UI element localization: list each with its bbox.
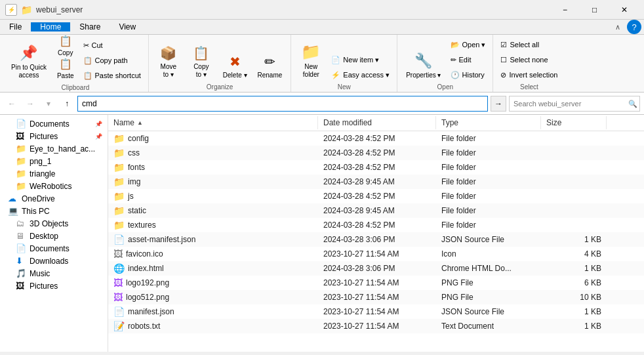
- table-row[interactable]: 📄 manifest.json 2023-10-27 11:54 AM JSON…: [108, 304, 644, 319]
- maximize-button[interactable]: □: [580, 0, 609, 20]
- organize-group: 📦 Moveto ▾ 📋 Copyto ▾ ✖ Delete ▾ ✏ Renam…: [149, 35, 292, 92]
- sidebar-item-png1[interactable]: 📁 png_1: [0, 155, 108, 167]
- pin-to-quick-access-button[interactable]: 📌 Pin to Quickaccess: [7, 38, 51, 83]
- table-row[interactable]: 📁 js 2024-03-28 4:52 PM File folder: [108, 189, 644, 203]
- sidebar-item-eye-to-hand[interactable]: 📁 Eye_to_hand_ac...: [0, 142, 108, 155]
- recent-locations-button[interactable]: ▾: [41, 96, 56, 112]
- edit-button[interactable]: ✏ Edit: [447, 52, 489, 67]
- paste-shortcut-button[interactable]: 📋 Paste shortcut: [80, 68, 144, 83]
- table-row[interactable]: 🌐 index.html 2024-03-28 3:06 PM Chrome H…: [108, 261, 644, 276]
- sidebar-item-thispc[interactable]: 💻 This PC: [0, 205, 108, 217]
- sidebar-item-documents[interactable]: 📄 Documents 📌: [0, 117, 108, 130]
- file-size-cell: 10 KB: [541, 291, 607, 303]
- table-row[interactable]: 📁 textures 2024-03-28 4:52 PM File folde…: [108, 218, 644, 232]
- table-row[interactable]: 🖼 logo192.png 2023-10-27 11:54 AM PNG Fi…: [108, 276, 644, 290]
- file-date: 2023-10-27 11:54 AM: [323, 293, 399, 302]
- clipboard-group-items: 📌 Pin to Quickaccess 📋 Copy 📋 Paste ✂ Cu…: [7, 37, 144, 83]
- table-row[interactable]: 🖼 favicon.ico 2023-10-27 11:54 AM Icon 4…: [108, 247, 644, 261]
- file-name: index.html: [128, 264, 164, 273]
- up-button[interactable]: ↑: [59, 96, 75, 112]
- sidebar-item-desktop[interactable]: 🖥 Desktop: [0, 230, 108, 242]
- tab-view[interactable]: View: [110, 22, 145, 31]
- table-row[interactable]: 🖼 logo512.png 2023-10-27 11:54 AM PNG Fi…: [108, 290, 644, 304]
- file-list-header: Name ▲ Date modified Type Size: [108, 115, 644, 131]
- paste-button[interactable]: 📋 Paste: [52, 60, 79, 83]
- copy-button[interactable]: 📋 Copy: [52, 37, 79, 60]
- copy-to-button[interactable]: 📋 Copyto ▾: [186, 37, 217, 82]
- search-input[interactable]: [509, 96, 640, 112]
- thispc-icon: 💻: [8, 206, 18, 216]
- file-size-cell: [541, 137, 607, 140]
- move-to-button[interactable]: 📦 Moveto ▾: [153, 37, 184, 82]
- sidebar-item-label: WeRobotics: [30, 182, 71, 191]
- rename-icon: ✏: [264, 54, 275, 70]
- sidebar-item-downloads[interactable]: ⬇ Downloads: [0, 255, 108, 267]
- easy-access-button[interactable]: ⚡ Easy access ▾: [328, 68, 393, 82]
- file-size-cell: [541, 224, 607, 226]
- sidebar-item-onedrive[interactable]: ☁ OneDrive: [0, 192, 108, 205]
- sidebar-item-3dobjects[interactable]: 🗂 3D Objects: [0, 217, 108, 230]
- forward-button[interactable]: →: [22, 96, 38, 112]
- sidebar-item-label: Documents: [30, 244, 70, 253]
- search-button[interactable]: 🔍: [628, 99, 637, 108]
- select-all-button[interactable]: ☑ Select all: [497, 37, 561, 52]
- copy-path-button[interactable]: 📋 Copy path: [80, 53, 144, 68]
- sidebar-item-documents2[interactable]: 📄 Documents: [0, 242, 108, 255]
- ribbon-collapse-button[interactable]: ∧: [611, 22, 624, 33]
- invert-selection-button[interactable]: ⊘ Invert selection: [497, 68, 561, 82]
- table-row[interactable]: 📄 asset-manifest.json 2024-03-28 3:06 PM…: [108, 232, 644, 247]
- help-button[interactable]: ?: [627, 20, 641, 34]
- easy-access-icon: ⚡: [331, 71, 340, 79]
- file-name: logo192.png: [126, 278, 169, 287]
- header-date[interactable]: Date modified: [318, 116, 436, 129]
- properties-button[interactable]: 🔧 Properties ▾: [401, 37, 445, 82]
- folder-icon: 📁: [16, 181, 26, 191]
- sidebar-item-music[interactable]: 🎵 Music: [0, 267, 108, 280]
- table-row[interactable]: 📁 css 2024-03-28 4:52 PM File folder: [108, 146, 644, 160]
- minimize-button[interactable]: −: [550, 0, 580, 20]
- header-size[interactable]: Size: [541, 116, 607, 129]
- table-row[interactable]: 📁 static 2024-03-28 9:45 AM File folder: [108, 203, 644, 218]
- pictures-icon: 🖼: [16, 131, 26, 141]
- new-folder-button[interactable]: 📁 Newfolder: [295, 37, 327, 82]
- header-name[interactable]: Name ▲: [108, 116, 318, 129]
- delete-label: Delete ▾: [223, 72, 247, 79]
- address-go-button[interactable]: →: [491, 96, 506, 112]
- sidebar-item-label: Downloads: [30, 257, 68, 266]
- tab-file[interactable]: File: [0, 22, 31, 31]
- header-date-label: Date modified: [323, 118, 372, 127]
- new-item-button[interactable]: 📄 New item ▾: [328, 52, 393, 67]
- file-size-cell: 1 KB: [541, 306, 607, 318]
- open-button[interactable]: 📂 Open ▾: [447, 37, 489, 52]
- file-date: 2024-03-28 4:52 PM: [323, 220, 395, 230]
- file-type: PNG File: [441, 278, 473, 287]
- header-type[interactable]: Type: [436, 116, 541, 129]
- file-date: 2024-03-28 3:06 PM: [323, 235, 395, 244]
- file-date-cell: 2023-10-27 11:54 AM: [318, 291, 436, 303]
- file-size-cell: 6 KB: [541, 277, 607, 289]
- address-input[interactable]: [77, 96, 488, 112]
- table-row[interactable]: 📁 img 2024-03-28 9:45 AM File folder: [108, 175, 644, 189]
- file-list: Name ▲ Date modified Type Size 📁 config …: [108, 115, 644, 352]
- sidebar-item-triangle[interactable]: 📁 triangle: [0, 167, 108, 180]
- tab-share[interactable]: Share: [70, 22, 110, 31]
- delete-button[interactable]: ✖ Delete ▾: [218, 37, 252, 82]
- table-row[interactable]: 📝 robots.txt 2023-10-27 11:54 AM Text Do…: [108, 319, 644, 333]
- select-none-button[interactable]: ☐ Select none: [497, 52, 561, 67]
- table-row[interactable]: 📁 config 2024-03-28 4:52 PM File folder: [108, 131, 644, 146]
- table-row[interactable]: 📁 fonts 2024-03-28 4:52 PM File folder: [108, 160, 644, 175]
- sidebar-item-pictures[interactable]: 🖼 Pictures 📌: [0, 130, 108, 142]
- rename-button[interactable]: ✏ Rename: [253, 37, 287, 82]
- file-name: asset-manifest.json: [128, 235, 195, 244]
- sidebar-item-pictures2[interactable]: 🖼 Pictures: [0, 280, 108, 292]
- open-icon: 📂: [451, 41, 460, 49]
- close-button[interactable]: ✕: [609, 0, 639, 20]
- back-button[interactable]: ←: [4, 96, 20, 112]
- cut-button[interactable]: ✂ Cut: [80, 38, 144, 52]
- move-label: Moveto ▾: [161, 63, 176, 79]
- copyto-label: Copyto ▾: [193, 63, 209, 79]
- tab-home[interactable]: Home: [31, 22, 70, 31]
- sidebar-item-werobotics[interactable]: 📁 WeRobotics: [0, 180, 108, 192]
- history-button[interactable]: 🕐 History: [447, 68, 489, 82]
- folder-icon: 📁: [113, 162, 125, 173]
